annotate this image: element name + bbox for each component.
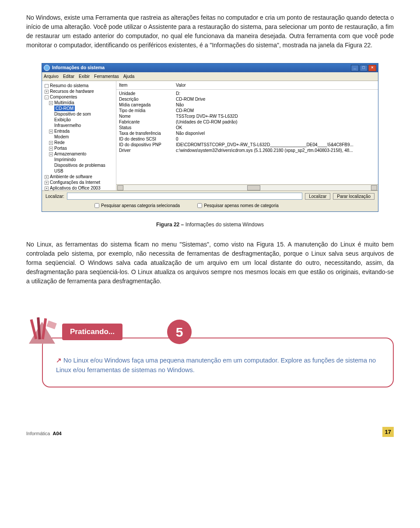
tree-pane[interactable]: Resumo do sistema+Recursos de hardware-C… [42, 81, 116, 190]
scroll-right-icon[interactable] [371, 185, 377, 190]
chk2-input[interactable] [197, 203, 202, 208]
praticando-number: 5 [167, 320, 192, 344]
tree-item[interactable]: +Aplicativos do Office 2003 [43, 185, 115, 190]
tree-item[interactable]: Resumo do sistema [43, 83, 115, 88]
chk1-input[interactable] [94, 203, 99, 208]
tree-item[interactable]: Infravermelho [43, 123, 115, 128]
chk1-label: Pesquisar apenas categoria selecionada [101, 202, 180, 209]
scroll-left-icon[interactable] [117, 185, 123, 190]
search-bar: Localizar: Localizar Parar localização [42, 190, 378, 201]
figure-caption: Figura 22 – Informações do sistema Windo… [26, 221, 394, 229]
detail-row: Taxa de transferênciaNão disponível [119, 130, 375, 136]
tree-item[interactable]: Modem [43, 134, 115, 140]
tree-item[interactable]: +Entrada [43, 128, 115, 134]
paragraph-2: No Linux, as ferramentas do sistema fica… [26, 240, 394, 286]
horizontal-scrollbar[interactable] [116, 184, 378, 190]
tree-item[interactable]: +Configurações da Internet [43, 180, 115, 185]
tree-item[interactable]: +Recursos de hardware [43, 88, 115, 94]
detail-row: Mídia carregadaNão [119, 102, 375, 108]
app-icon [44, 65, 50, 71]
caption-bold: Figura 22 – [156, 222, 184, 228]
chk2-label: Pesquisar apenas nomes de categoria [204, 202, 279, 209]
chk-selected-category[interactable]: Pesquisar apenas categoria selecionada [94, 202, 180, 209]
detail-row: Fabricante(Unidades de CD-ROM padrão) [119, 119, 375, 125]
stop-search-button[interactable]: Parar localização [333, 193, 374, 200]
menu-ajuda[interactable]: Ajuda [123, 73, 135, 80]
system-info-window: Informações do sistema _ □ × Arquivo Edi… [42, 63, 378, 212]
tree-item[interactable]: +Multimídia [43, 100, 115, 106]
tree-item[interactable]: Imprimindo [43, 157, 115, 162]
tree-item[interactable]: +Ambiente de software [43, 174, 115, 180]
detail-row: StatusOK [119, 125, 375, 130]
page-number: 17 [382, 427, 394, 437]
chk-category-names[interactable]: Pesquisar apenas nomes de categoria [197, 202, 279, 209]
search-input[interactable] [67, 193, 302, 200]
detail-pane: Item Valor UnidadeD:DescriçãoCD-ROM Driv… [116, 81, 378, 190]
paragraph-1: No Windows, existe uma Ferramenta que ra… [26, 13, 394, 50]
praticando-label: Praticando... [62, 324, 122, 340]
tree-item[interactable]: Dispositivos de problemas [43, 162, 115, 168]
praticando-body: No Linux e/ou Windows faça uma pequena m… [56, 357, 376, 373]
footer-module: Informática A04 [26, 430, 62, 437]
caption-rest: Informações do sistema Windows [184, 222, 264, 228]
tree-item[interactable]: USB [43, 168, 115, 174]
search-button[interactable]: Localizar [305, 193, 330, 200]
praticando-section: Praticando... 5 ↗No Linux e/ou Windows f… [26, 317, 394, 387]
detail-row: NomeTSSTcorp DVD+-RW TS-L632D [119, 113, 375, 119]
col-valor: Valor [176, 82, 375, 88]
detail-row: ID do destino SCSI0 [119, 136, 375, 142]
menu-bar: Arquivo Editar Exibir Ferramentas Ajuda [42, 72, 378, 81]
praticando-icon [26, 317, 57, 347]
detail-row: ID do dispositivo PNPIDE\CDROMTSSTCORP_D… [119, 142, 375, 148]
menu-editar[interactable]: Editar [63, 73, 74, 80]
menu-arquivo[interactable]: Arquivo [44, 73, 59, 80]
tree-item[interactable]: Dispositivo de som [43, 111, 115, 117]
tree-item[interactable]: Exibição [43, 117, 115, 123]
col-item: Item [119, 82, 176, 88]
detail-rows: UnidadeD:DescriçãoCD-ROM DriveMídia carr… [116, 90, 378, 184]
tree-item[interactable]: +Armazenamento [43, 151, 115, 157]
tree-item[interactable]: CD-ROM [43, 106, 115, 111]
detail-header: Item Valor [116, 81, 378, 90]
praticando-text: ↗No Linux e/ou Windows faça uma pequena … [56, 356, 380, 375]
arrow-icon: ↗ [56, 357, 62, 364]
search-label: Localizar: [46, 193, 64, 200]
svg-rect-4 [46, 320, 57, 329]
menu-exibir[interactable]: Exibir [79, 73, 90, 80]
window-titlebar[interactable]: Informações do sistema _ □ × [42, 63, 378, 72]
detail-row: Driverc:\windows\system32\drivers\cdrom.… [119, 148, 375, 153]
minimize-button[interactable]: _ [351, 65, 359, 71]
detail-row: DescriçãoCD-ROM Drive [119, 96, 375, 102]
scroll-thumb[interactable] [247, 185, 260, 190]
page-footer: Informática A04 17 [26, 427, 394, 437]
window-title: Informações do sistema [52, 64, 350, 71]
menu-ferramentas[interactable]: Ferramentas [94, 73, 119, 80]
detail-row: Tipo de mídiaCD-ROM [119, 108, 375, 113]
tree-item[interactable]: -Componentes [43, 94, 115, 100]
tree-item[interactable]: +Rede [43, 140, 115, 145]
scroll-track[interactable] [124, 185, 371, 190]
detail-row: UnidadeD: [119, 91, 375, 96]
maximize-button[interactable]: □ [360, 65, 368, 71]
close-button[interactable]: × [368, 65, 376, 71]
search-options: Pesquisar apenas categoria selecionada P… [42, 201, 378, 211]
tree-item[interactable]: +Portas [43, 145, 115, 151]
